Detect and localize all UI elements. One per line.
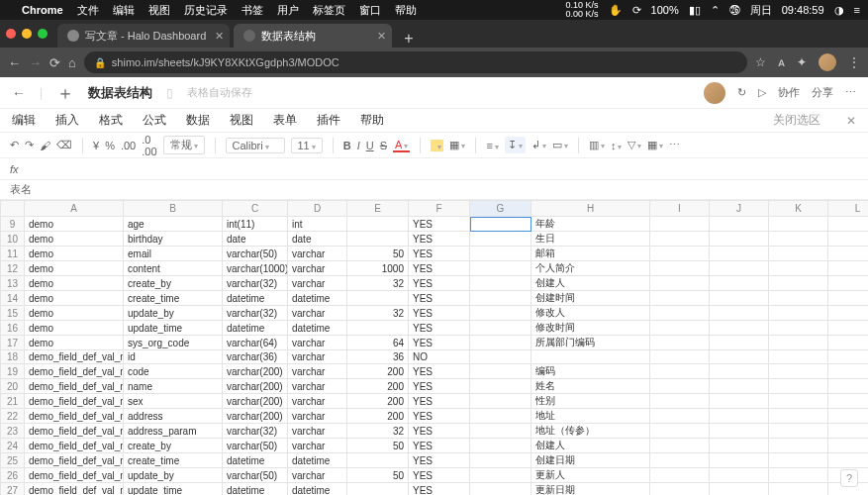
cell[interactable]: YES	[409, 321, 470, 336]
cell[interactable]: demo	[25, 276, 124, 291]
cell[interactable]: varchar	[288, 350, 347, 364]
cell[interactable]: 所属部门编码	[531, 336, 650, 350]
close-window-icon[interactable]	[6, 29, 16, 39]
table-row[interactable]: 21demo_field_def_val_mainsexvarchar(200)…	[1, 394, 869, 409]
cell[interactable]	[769, 409, 828, 424]
cell[interactable]	[470, 453, 531, 468]
cell[interactable]: varchar	[288, 306, 347, 321]
cell[interactable]: YES	[409, 453, 470, 468]
cell[interactable]	[470, 409, 531, 424]
cell[interactable]	[650, 468, 710, 483]
cell[interactable]	[769, 364, 828, 379]
cell[interactable]: create_time	[124, 291, 223, 306]
cell[interactable]: address_param	[124, 424, 223, 439]
currency-icon[interactable]: ¥	[93, 140, 99, 151]
more-tools-icon[interactable]: ⋯	[669, 139, 680, 151]
column-header[interactable]: A	[25, 201, 124, 217]
cell[interactable]	[710, 379, 769, 394]
column-header[interactable]: G	[470, 201, 531, 217]
help-badge-icon[interactable]: ?	[840, 469, 858, 487]
row-number[interactable]: 11	[1, 247, 25, 261]
mac-menu-item[interactable]: 用户	[277, 3, 299, 18]
cell[interactable]	[470, 350, 531, 364]
cell[interactable]: 地址（传参）	[531, 424, 650, 439]
cell[interactable]	[470, 291, 531, 306]
cell[interactable]	[650, 409, 710, 424]
cell[interactable]	[769, 291, 828, 306]
text-color-icon[interactable]: A	[393, 139, 410, 152]
cell[interactable]	[828, 364, 869, 379]
cell[interactable]: 36	[347, 350, 409, 364]
cell[interactable]	[710, 364, 769, 379]
cell[interactable]: varchar(200)	[223, 364, 288, 379]
cell[interactable]: demo_field_def_val_main	[25, 468, 124, 483]
cell[interactable]: YES	[409, 409, 470, 424]
cell[interactable]	[347, 217, 409, 232]
cell[interactable]: int(11)	[223, 217, 288, 232]
cell[interactable]: 50	[347, 247, 409, 261]
cell[interactable]: 地址	[531, 409, 650, 424]
cell[interactable]: 创建人	[531, 439, 650, 453]
back-icon[interactable]: ←	[8, 55, 21, 70]
table-row[interactable]: 23demo_field_def_val_mainaddress_paramva…	[1, 424, 869, 439]
cell[interactable]: YES	[409, 232, 470, 247]
cell[interactable]: YES	[409, 483, 470, 496]
cell[interactable]: varchar	[288, 364, 347, 379]
cell[interactable]: code	[124, 364, 223, 379]
cell[interactable]	[769, 276, 828, 291]
cell[interactable]: age	[124, 217, 223, 232]
cell[interactable]: 性别	[531, 394, 650, 409]
cell[interactable]	[710, 424, 769, 439]
cell[interactable]	[650, 261, 710, 276]
close-tab-icon[interactable]: ✕	[377, 30, 386, 43]
cell[interactable]: demo	[25, 306, 124, 321]
cell[interactable]	[650, 350, 710, 364]
bookmark-star-icon[interactable]: ☆	[755, 55, 766, 69]
cell[interactable]	[769, 350, 828, 364]
column-header[interactable]: J	[710, 201, 769, 217]
row-number[interactable]: 21	[1, 394, 25, 409]
cell[interactable]	[650, 217, 710, 232]
cell[interactable]: demo_field_def_val_main	[25, 350, 124, 364]
cell[interactable]	[710, 232, 769, 247]
cell[interactable]	[769, 379, 828, 394]
cell[interactable]	[650, 321, 710, 336]
cell[interactable]: varchar(200)	[223, 379, 288, 394]
cell[interactable]: datetime	[288, 483, 347, 496]
underline-icon[interactable]: U	[366, 140, 374, 151]
table-row[interactable]: 22demo_field_def_val_mainaddressvarchar(…	[1, 409, 869, 424]
cell[interactable]	[470, 217, 531, 232]
cell[interactable]	[470, 247, 531, 261]
cell[interactable]: 创建日期	[531, 453, 650, 468]
table-row[interactable]: 25demo_field_def_val_maincreate_timedate…	[1, 453, 869, 468]
cell[interactable]: varchar(1000)	[223, 261, 288, 276]
cell[interactable]: update_by	[124, 468, 223, 483]
table-row[interactable]: 24demo_field_def_val_maincreate_byvarcha…	[1, 439, 869, 453]
cell[interactable]: address	[124, 409, 223, 424]
date-icon[interactable]: ㉖	[729, 4, 740, 16]
name-box[interactable]: 表名	[0, 180, 868, 200]
mac-menu-item[interactable]: 编辑	[113, 3, 135, 18]
table-row[interactable]: 10demobirthdaydatedateYES生日	[1, 232, 869, 247]
halign-icon[interactable]: ≡	[486, 140, 498, 151]
row-number[interactable]: 17	[1, 336, 25, 350]
cell[interactable]: YES	[409, 247, 470, 261]
cell[interactable]: 32	[347, 276, 409, 291]
cell[interactable]	[650, 483, 710, 496]
cell[interactable]: demo	[25, 232, 124, 247]
cell[interactable]: datetime	[288, 321, 347, 336]
cell[interactable]: 编码	[531, 364, 650, 379]
cell[interactable]: demo_field_def_val_main	[25, 439, 124, 453]
cell[interactable]: 修改时间	[531, 321, 650, 336]
menu-formula[interactable]: 公式	[143, 112, 166, 129]
cell[interactable]	[710, 276, 769, 291]
cell[interactable]	[470, 276, 531, 291]
cell[interactable]	[769, 321, 828, 336]
cell[interactable]	[347, 483, 409, 496]
cell[interactable]	[470, 394, 531, 409]
cell[interactable]	[650, 364, 710, 379]
cell[interactable]	[828, 424, 869, 439]
cell[interactable]: varchar(36)	[223, 350, 288, 364]
cell[interactable]: 50	[347, 468, 409, 483]
back-arrow-icon[interactable]: ←	[12, 85, 26, 101]
